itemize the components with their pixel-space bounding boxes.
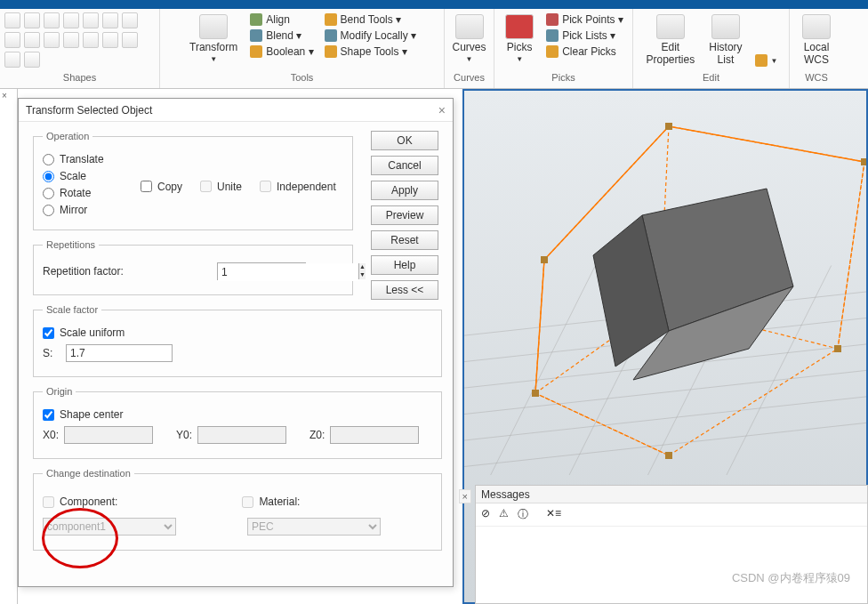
component-select: component1 — [43, 518, 176, 536]
repetition-factor-input[interactable]: ▲▼ — [217, 262, 306, 280]
dialog-title: Transform Selected Object — [26, 104, 152, 117]
spin-down-icon: ▼ — [359, 271, 366, 279]
modify-locally-menu[interactable]: Modify Locally ▾ — [321, 28, 420, 43]
component-checkbox: Component: — [43, 495, 117, 508]
curves-button[interactable]: Curves▼ — [447, 12, 492, 65]
shapes-icons[interactable] — [4, 12, 156, 68]
svg-rect-22 — [532, 390, 539, 397]
local-wcs-button[interactable]: Local WCS — [797, 12, 836, 68]
sidebar: × — [0, 89, 18, 604]
pick-lists-menu[interactable]: Pick Lists ▾ — [542, 28, 627, 43]
copy-checkbox[interactable]: Copy — [141, 157, 182, 216]
help-button[interactable]: Help — [371, 255, 438, 275]
repetitions-legend: Repetitions — [43, 239, 99, 250]
independent-checkbox: Independent — [260, 157, 336, 216]
title-bar — [0, 0, 868, 9]
apply-button[interactable]: Apply — [371, 181, 438, 200]
curves-label: Curves — [454, 72, 485, 85]
x0-input — [64, 426, 153, 444]
edit-properties-button[interactable]: Edit Properties — [641, 12, 701, 68]
pick-points-menu[interactable]: Pick Points ▾ — [542, 12, 627, 27]
origin-legend: Origin — [43, 386, 76, 397]
error-icon[interactable]: ⊘ — [481, 507, 490, 522]
preview-button[interactable]: Preview — [371, 205, 438, 225]
svg-rect-18 — [541, 256, 548, 263]
clear-picks-menu[interactable]: Clear Picks — [542, 44, 627, 59]
align-menu[interactable]: Align — [246, 12, 317, 27]
warning-icon[interactable]: ⚠ — [499, 507, 509, 522]
material-checkbox: Material: — [242, 495, 300, 508]
s-input[interactable] — [66, 344, 173, 362]
shape-center-checkbox[interactable]: Shape center — [43, 408, 432, 421]
boolean-menu[interactable]: Boolean ▾ — [246, 44, 317, 59]
svg-rect-23 — [665, 452, 672, 459]
watermark: CSDN @内卷程序猿09 — [732, 570, 850, 586]
blend-menu[interactable]: Blend ▾ — [246, 28, 317, 43]
y0-label: Y0: — [176, 429, 192, 441]
repetition-factor-label: Repetition factor: — [43, 265, 212, 278]
z0-input — [330, 426, 419, 444]
spin-up-icon: ▲ — [359, 263, 366, 271]
shapes-label: Shapes — [63, 72, 96, 85]
scale-radio[interactable]: Scale — [43, 170, 141, 182]
svg-rect-20 — [861, 158, 868, 165]
messages-title: Messages — [481, 488, 530, 501]
svg-rect-19 — [665, 123, 672, 130]
ribbon: Shapes Transform ▼ Align Blend ▾ Boolean… — [0, 9, 868, 89]
change-destination-legend: Change destination — [43, 468, 134, 479]
wcs-label: WCS — [805, 72, 828, 85]
history-list-button[interactable]: History List — [703, 12, 747, 68]
filter-icon[interactable]: ✕≡ — [546, 507, 561, 522]
less-button[interactable]: Less << — [371, 280, 438, 300]
reset-button[interactable]: Reset — [371, 230, 438, 250]
x0-label: X0: — [43, 429, 59, 441]
mirror-radio[interactable]: Mirror — [43, 204, 141, 216]
z0-label: Z0: — [309, 429, 325, 441]
transform-dialog: Transform Selected Object × Operation Tr… — [18, 98, 454, 587]
tools-label: Tools — [291, 72, 314, 85]
s-label: S: — [43, 347, 60, 359]
y0-input — [197, 426, 286, 444]
transform-button[interactable]: Transform ▼ — [184, 12, 243, 65]
messages-close-icon[interactable]: × — [459, 489, 471, 503]
scale-uniform-checkbox[interactable]: Scale uniform — [43, 326, 432, 339]
dialog-close-icon[interactable]: × — [438, 103, 446, 117]
info-icon[interactable]: ⓘ — [518, 507, 528, 522]
shape-tools-menu[interactable]: Shape Tools ▾ — [321, 44, 420, 59]
scale-factor-legend: Scale factor — [43, 304, 101, 315]
ok-button[interactable]: OK — [371, 131, 438, 150]
operation-legend: Operation — [43, 131, 92, 141]
edit-label: Edit — [703, 72, 719, 85]
svg-rect-21 — [834, 345, 841, 352]
close-icon[interactable]: × — [0, 89, 17, 102]
picks-label: Picks — [551, 72, 575, 85]
bend-tools-menu[interactable]: Bend Tools ▾ — [321, 12, 420, 27]
rotate-radio[interactable]: Rotate — [43, 187, 141, 199]
translate-radio[interactable]: Translate — [43, 153, 141, 165]
cancel-button[interactable]: Cancel — [371, 156, 438, 175]
picks-button[interactable]: Picks▼ — [500, 12, 539, 65]
unite-checkbox: Unite — [200, 157, 242, 216]
material-select: PEC — [247, 518, 381, 536]
shape-cube — [509, 100, 868, 491]
